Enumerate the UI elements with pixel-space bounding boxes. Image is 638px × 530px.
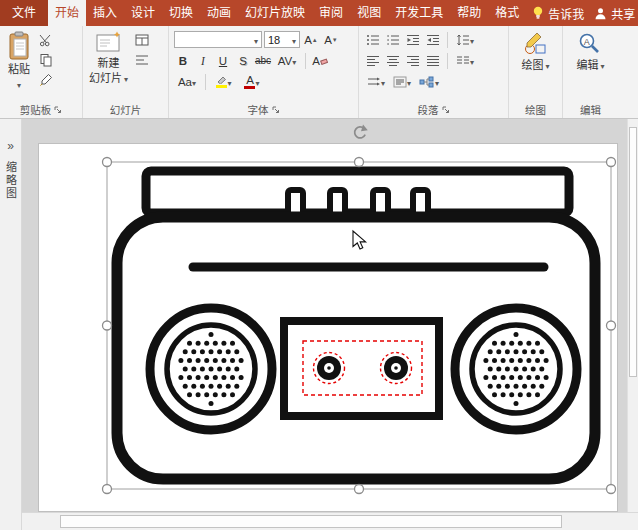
new-slide-label-1: 新建 xyxy=(98,57,120,70)
tell-me-button[interactable]: 告诉我 xyxy=(532,0,584,26)
divider xyxy=(447,32,448,48)
tab-animations[interactable]: 动画 xyxy=(200,0,238,26)
paste-button[interactable]: 粘贴 xyxy=(2,29,36,103)
bullet-list-icon xyxy=(366,34,380,46)
columns-icon xyxy=(456,55,470,67)
tab-home[interactable]: 开始 xyxy=(48,0,86,26)
ribbon-tab-bar: 文件 开始 插入 设计 切换 动画 幻灯片放映 审阅 视图 开发工具 帮助 格式… xyxy=(0,0,638,26)
italic-button[interactable]: I xyxy=(194,52,212,69)
underline-button[interactable]: U xyxy=(214,52,232,69)
new-slide-button[interactable]: 新建 幻灯片 xyxy=(85,29,132,103)
font-color-button[interactable]: A xyxy=(239,73,265,90)
horizontal-scrollbar[interactable] xyxy=(22,512,638,530)
slide-canvas[interactable] xyxy=(38,143,618,512)
bold-button[interactable]: B xyxy=(174,52,192,69)
scissors-icon xyxy=(39,33,53,47)
paragraph-group-label: 段落 xyxy=(418,102,439,117)
indent-increase-icon xyxy=(426,34,440,46)
clear-formatting-glyph: A xyxy=(312,55,320,67)
shrink-font-button[interactable]: A▼ xyxy=(322,31,340,48)
dropdown-caret-icon xyxy=(545,59,549,72)
font-size-combobox[interactable]: 18 xyxy=(264,31,300,48)
section-button[interactable] xyxy=(133,51,151,68)
horizontal-scrollbar-thumb[interactable] xyxy=(60,515,562,528)
justify-button[interactable] xyxy=(424,52,442,69)
tab-help[interactable]: 帮助 xyxy=(450,0,488,26)
increase-indent-button[interactable] xyxy=(424,31,442,48)
indent-decrease-icon xyxy=(406,34,420,46)
align-text-button[interactable] xyxy=(390,73,414,90)
paragraph-group: 段落 xyxy=(358,26,508,118)
tab-transitions[interactable]: 切换 xyxy=(162,0,200,26)
tell-me-label: 告诉我 xyxy=(548,5,584,22)
editing-group: A 编辑 编辑 xyxy=(562,26,618,118)
expand-pane-chevron-icon[interactable]: » xyxy=(7,139,14,153)
align-text-icon xyxy=(393,76,407,88)
dropdown-caret-icon xyxy=(407,76,411,88)
copy-button[interactable] xyxy=(37,51,55,68)
rotation-handle[interactable] xyxy=(355,125,368,138)
layout-icon xyxy=(135,34,149,46)
drawing-group: 绘图 绘图 xyxy=(508,26,562,118)
editing-label: 编辑 xyxy=(576,59,598,72)
columns-button[interactable] xyxy=(453,52,477,69)
align-left-button[interactable] xyxy=(364,52,382,69)
text-direction-button[interactable] xyxy=(364,73,388,90)
text-highlight-button[interactable] xyxy=(211,73,237,90)
align-center-button[interactable] xyxy=(384,52,402,69)
font-color-glyph: A xyxy=(246,75,254,85)
share-label: 共享 xyxy=(611,5,635,22)
tab-review[interactable]: 审阅 xyxy=(312,0,350,26)
vertical-scrollbar[interactable] xyxy=(627,119,638,512)
workspace: » 缩略图 xyxy=(0,119,638,530)
thumbnail-pane-collapsed[interactable]: » 缩略图 xyxy=(0,119,22,530)
strikethrough-button[interactable]: abc xyxy=(254,52,272,69)
character-spacing-button[interactable]: AV xyxy=(274,52,300,69)
dialog-launcher-icon[interactable] xyxy=(54,106,62,114)
dropdown-caret-icon xyxy=(292,34,296,46)
layout-button[interactable] xyxy=(133,31,151,48)
decrease-indent-button[interactable] xyxy=(404,31,422,48)
clear-formatting-button[interactable]: A xyxy=(311,52,329,69)
change-case-button[interactable]: Aa xyxy=(174,73,200,90)
align-right-button[interactable] xyxy=(404,52,422,69)
convert-smartart-button[interactable] xyxy=(416,73,442,90)
dialog-launcher-icon[interactable] xyxy=(442,106,450,114)
tab-developer[interactable]: 开发工具 xyxy=(388,0,450,26)
new-slide-label-2: 幻灯片 xyxy=(89,72,122,85)
thumbnail-pane-label[interactable]: 缩略图 xyxy=(3,161,19,200)
bullets-button[interactable] xyxy=(364,31,382,48)
slides-group-label: 幻灯片 xyxy=(110,102,142,117)
cut-button[interactable] xyxy=(37,31,55,48)
highlighter-icon xyxy=(216,75,227,84)
tab-format[interactable]: 格式 xyxy=(488,0,526,26)
tab-slideshow[interactable]: 幻灯片放映 xyxy=(238,0,312,26)
align-center-icon xyxy=(386,55,400,67)
grow-font-glyph: A xyxy=(304,34,312,46)
dropdown-caret-icon xyxy=(292,55,296,67)
line-spacing-button[interactable] xyxy=(453,31,477,48)
format-painter-button[interactable] xyxy=(37,71,55,88)
vertical-scrollbar-thumb[interactable] xyxy=(629,127,637,377)
section-icon xyxy=(135,54,149,66)
tab-file[interactable]: 文件 xyxy=(0,0,48,26)
clipboard-group-label: 剪贴板 xyxy=(20,102,52,117)
share-button[interactable]: 共享 xyxy=(584,0,638,26)
align-left-icon xyxy=(366,55,380,67)
dialog-launcher-icon[interactable] xyxy=(272,106,280,114)
paste-label: 粘贴 xyxy=(8,63,30,76)
drawing-label: 绘图 xyxy=(521,59,543,72)
drawing-button[interactable]: 绘图 xyxy=(517,29,553,103)
text-shadow-button[interactable]: S xyxy=(234,52,252,69)
magnifier-icon: A xyxy=(577,31,603,57)
tab-insert[interactable]: 插入 xyxy=(86,0,124,26)
editing-group-label: 编辑 xyxy=(580,102,601,117)
grow-font-button[interactable]: A▲ xyxy=(302,31,320,48)
editing-button[interactable]: A 编辑 xyxy=(572,29,608,103)
tab-design[interactable]: 设计 xyxy=(124,0,162,26)
font-name-combobox[interactable] xyxy=(174,31,262,48)
ribbon: 粘贴 xyxy=(0,26,638,119)
tab-view[interactable]: 视图 xyxy=(350,0,388,26)
shrink-font-glyph: A xyxy=(324,34,332,46)
numbering-button[interactable] xyxy=(384,31,402,48)
